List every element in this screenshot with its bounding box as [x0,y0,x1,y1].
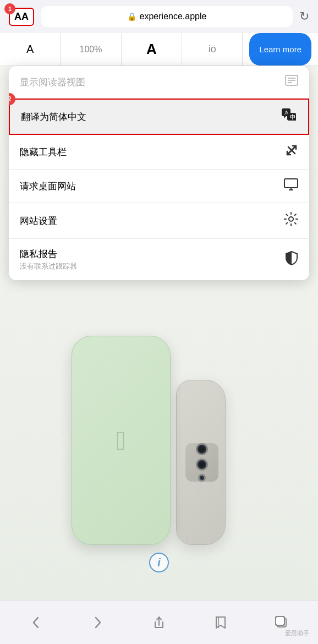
settings-icon [284,212,298,230]
menu-item-website-settings[interactable]: 网站设置 [9,203,309,239]
watermark: 爱思助手 [285,629,309,637]
privacy-text-group: 隐私报告 没有联系过跟踪器 [20,248,77,271]
svg-point-18 [289,217,293,221]
svg-rect-22 [276,616,284,625]
back-button[interactable] [6,601,67,644]
camera-lens-2 [196,459,208,471]
camera-lens-3 [198,474,206,482]
url-bar[interactable]: 🔒 experience.apple [41,6,293,27]
font-percent: 100% [61,33,121,66]
bookmarks-icon [213,615,228,630]
translate-icon: A 中 [282,108,297,125]
bottom-nav: 爱思助手 [0,600,318,644]
tabs-icon [275,615,289,630]
share-button[interactable] [128,601,190,644]
menu-item-reader[interactable]: 显示阅读器视图 [9,66,309,99]
reload-button[interactable]: ↻ [299,9,309,24]
phone-side [176,380,226,545]
share-icon [152,615,166,630]
camera-lens-1 [196,443,208,455]
url-text: experience.apple [140,12,207,21]
font-io: io [182,33,243,66]
info-area: i [0,553,318,572]
menu-item-desktop-site[interactable]: 请求桌面网站 [9,170,309,203]
badge-1: 1 [4,3,15,14]
hide-toolbar-label: 隐藏工具栏 [20,146,67,159]
aa-label: AA [14,11,29,23]
font-increase-button[interactable]: A [122,33,182,66]
font-toolbar: A 100% A io Learn more [0,33,318,66]
reader-label: 显示阅读器视图 [20,76,85,89]
privacy-label: 隐私报告 [20,248,77,260]
svg-text:中: 中 [290,114,295,120]
tabs-button[interactable] [251,601,312,644]
dropdown-menu: 显示阅读器视图 2 翻译为简体中文 A [9,66,309,280]
info-icon[interactable]: i [149,553,169,572]
camera-bump [185,443,218,482]
menu-item-privacy[interactable]: 隐私报告 没有联系过跟踪器 [9,239,309,280]
phone-display:  [72,336,318,545]
phone-main:  [72,336,171,545]
browser-bar: 1 AA 🔒 experience.apple ↻ [0,0,318,33]
bookmarks-button[interactable] [190,601,251,644]
translate-label: 翻译为简体中文 [21,111,86,123]
font-decrease-button[interactable]: A [0,33,61,66]
apple-logo-icon:  [116,425,126,456]
desktop-icon [284,178,298,194]
reader-icon [285,75,298,89]
desktop-site-label: 请求桌面网站 [20,180,76,193]
learn-more-button[interactable]: Learn more [249,33,311,66]
website-settings-label: 网站设置 [20,215,57,227]
lock-icon: 🔒 [127,12,136,21]
forward-icon [90,615,105,630]
dropdown-menu-overlay: 显示阅读器视图 2 翻译为简体中文 A [0,66,318,280]
hide-toolbar-icon [285,144,298,160]
aa-button[interactable]: 1 AA [9,8,34,26]
back-icon [29,615,43,630]
forward-button[interactable] [67,601,129,644]
svg-rect-14 [284,179,298,188]
privacy-sublabel: 没有联系过跟踪器 [20,261,77,271]
menu-item-translate[interactable]: 2 翻译为简体中文 A 中 [9,99,309,135]
svg-marker-6 [284,116,286,118]
menu-item-hide-toolbar[interactable]: 隐藏工具栏 [9,135,309,170]
privacy-icon [285,251,298,269]
